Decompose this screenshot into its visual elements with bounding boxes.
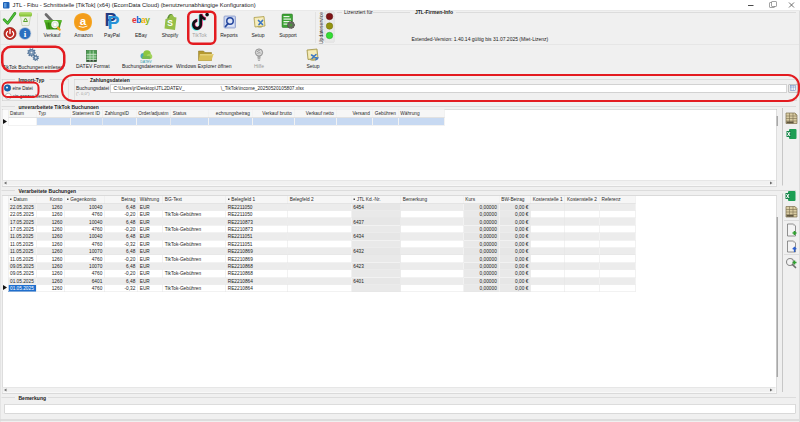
svg-text:S: S (167, 18, 173, 28)
svg-text:a: a (80, 15, 87, 27)
